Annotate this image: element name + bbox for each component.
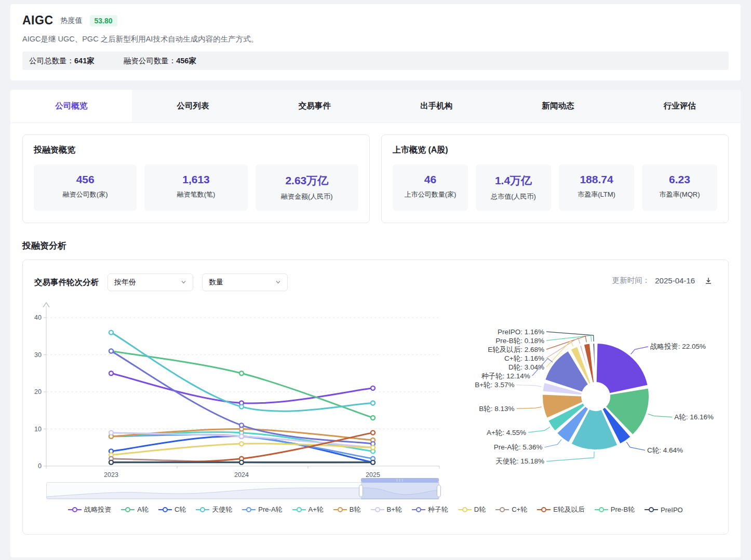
tab-1[interactable]: 公司列表 xyxy=(132,90,253,122)
legend-marker-icon xyxy=(68,507,82,512)
data-point[interactable] xyxy=(109,431,113,435)
chart-legend: 战略投资 A轮 C轮 天使轮 Pre-A轮 A+轮 xyxy=(23,505,728,514)
download-icon[interactable] xyxy=(704,277,713,285)
pie-label: A+轮: 4.55% xyxy=(487,429,526,436)
legend-marker-icon xyxy=(458,507,472,512)
legend-item-战略投资[interactable]: 战略投资 xyxy=(68,505,111,514)
tab-2[interactable]: 交易事件 xyxy=(254,90,376,122)
overview-card-title: 投融资概览 xyxy=(34,145,358,156)
legend-marker-icon xyxy=(371,507,384,512)
legend-marker-icon xyxy=(645,507,658,512)
stat-tile: 2.63万亿 融资金额(人民币) xyxy=(256,165,358,211)
legend-item-A+轮[interactable]: A+轮 xyxy=(292,505,324,514)
tab-0[interactable]: 公司概览 xyxy=(10,90,132,122)
data-point[interactable] xyxy=(239,460,244,465)
datazoom-left-handle[interactable] xyxy=(359,485,363,497)
pie-label: Pre-A轮: 5.36% xyxy=(494,443,543,451)
stat-label: 融资笔数(笔) xyxy=(146,190,245,199)
data-point[interactable] xyxy=(239,423,244,427)
legend-item-Pre-A轮[interactable]: Pre-A轮 xyxy=(242,505,282,514)
datazoom-selection[interactable] xyxy=(361,482,439,499)
legend-item-A轮[interactable]: A轮 xyxy=(121,505,149,514)
pie-label: C轮: 4.64% xyxy=(647,446,683,454)
data-point[interactable] xyxy=(371,401,375,405)
line-series xyxy=(111,373,373,403)
data-point[interactable] xyxy=(371,445,375,449)
pie-label: B轮: 8.13% xyxy=(479,405,514,413)
legend-label: D轮 xyxy=(474,505,486,514)
pie-slice[interactable] xyxy=(596,343,648,393)
stat-label: 融资金额(人民币) xyxy=(258,192,356,201)
pie-chart: PreIPO: 1.16%Pre-B轮: 0.18%E轮及以后: 2.68%C+… xyxy=(464,291,728,479)
legend-item-D轮[interactable]: D轮 xyxy=(458,505,486,514)
stat-label: 市盈率(LTM) xyxy=(561,190,632,199)
data-point[interactable] xyxy=(109,331,113,335)
stat-value: 46 xyxy=(395,173,466,186)
data-point[interactable] xyxy=(239,405,244,409)
stat-value: 456 xyxy=(36,173,135,186)
tab-bar: 公司概览公司列表交易事件出手机构新闻动态行业评估 xyxy=(10,90,741,123)
chart-title: 交易事件轮次分析 xyxy=(34,277,99,288)
page: AIGC 热度值 53.80 AIGC是继 UGC、PGC 之后新型利用AI技术… xyxy=(0,0,751,557)
stat-label: 融资公司数(家) xyxy=(36,190,135,199)
pie-label-line xyxy=(648,414,673,417)
pie-label-line xyxy=(545,440,561,447)
legend-item-C轮[interactable]: C轮 xyxy=(158,505,186,514)
year-filter-value: 按年份 xyxy=(114,278,136,287)
chevron-down-icon xyxy=(275,278,281,286)
pie-label: 战略投资: 22.05% xyxy=(650,343,706,350)
pie-label: 天使轮: 15.18% xyxy=(495,457,544,465)
datazoom-move-handle[interactable]: | | | xyxy=(361,478,439,482)
stat-tile: 46 上市公司数量(家) xyxy=(393,165,468,211)
data-point[interactable] xyxy=(371,386,375,390)
data-point[interactable] xyxy=(109,349,113,353)
stat-tile: 1.4万亿 总市值(人民币) xyxy=(476,165,551,211)
stat-label: 市盈率(MQR) xyxy=(644,190,715,199)
legend-label: Pre-B轮 xyxy=(611,505,635,514)
data-point[interactable] xyxy=(371,460,375,465)
header-card: AIGC 热度值 53.80 AIGC是继 UGC、PGC 之后新型利用AI技术… xyxy=(10,4,741,80)
datazoom-slider[interactable]: | | | xyxy=(46,482,439,499)
data-point[interactable] xyxy=(239,434,244,439)
tab-3[interactable]: 出手机构 xyxy=(376,90,497,122)
pie-label: PreIPO: 1.16% xyxy=(498,328,544,336)
company-stats-bar: 公司总数量：641家融资公司数量：456家 xyxy=(22,51,729,70)
description: AIGC是继 UGC、PGC 之后新型利用AI技术自动生成内容的生产方式。 xyxy=(22,34,729,44)
legend-item-PreIPO[interactable]: PreIPO xyxy=(645,505,683,514)
overview-card-title: 上市概览 (A股) xyxy=(393,145,717,156)
legend-item-C+轮[interactable]: C+轮 xyxy=(495,505,527,514)
legend-label: 战略投资 xyxy=(84,505,111,514)
company-stat: 融资公司数量：456家 xyxy=(124,56,196,66)
pie-label: A轮: 16.16% xyxy=(674,413,714,421)
legend-marker-icon xyxy=(196,507,209,512)
legend-marker-icon xyxy=(333,507,347,512)
year-filter-select[interactable]: 按年份 xyxy=(108,274,193,291)
legend-marker-icon xyxy=(412,507,425,512)
svg-text:20: 20 xyxy=(34,388,42,395)
datazoom-right-handle[interactable] xyxy=(437,485,441,497)
metric-filter-select[interactable]: 数量 xyxy=(202,274,288,291)
legend-item-种子轮[interactable]: 种子轮 xyxy=(412,505,448,514)
heat-value-badge: 53.80 xyxy=(90,15,117,26)
data-point[interactable] xyxy=(371,416,375,420)
legend-item-天使轮[interactable]: 天使轮 xyxy=(196,505,232,514)
tab-4[interactable]: 新闻动态 xyxy=(497,90,619,122)
legend-item-Pre-B轮[interactable]: Pre-B轮 xyxy=(595,505,635,514)
tab-5[interactable]: 行业评估 xyxy=(619,90,741,122)
data-point[interactable] xyxy=(109,371,113,375)
data-point[interactable] xyxy=(239,371,244,375)
update-date: 2025-04-16 xyxy=(655,276,695,285)
stat-tile: 456 融资公司数(家) xyxy=(34,165,137,211)
legend-label: PreIPO xyxy=(661,506,683,514)
overview-cards-row: 投融资概览 456 融资公司数(家) 1,613 融资笔数(笔) 2.63万亿 … xyxy=(22,134,729,223)
stat-value: 2.63万亿 xyxy=(258,173,356,188)
legend-item-B轮[interactable]: B轮 xyxy=(333,505,361,514)
legend-item-E轮及以后[interactable]: E轮及以后 xyxy=(537,505,585,514)
svg-text:10: 10 xyxy=(34,426,42,433)
data-point[interactable] xyxy=(371,431,375,435)
pie-label: C+轮: 1.16% xyxy=(504,354,544,362)
update-time-label: 更新时间： xyxy=(612,276,650,285)
data-point[interactable] xyxy=(239,442,244,446)
data-point[interactable] xyxy=(109,460,113,465)
legend-item-B+轮[interactable]: B+轮 xyxy=(371,505,402,514)
